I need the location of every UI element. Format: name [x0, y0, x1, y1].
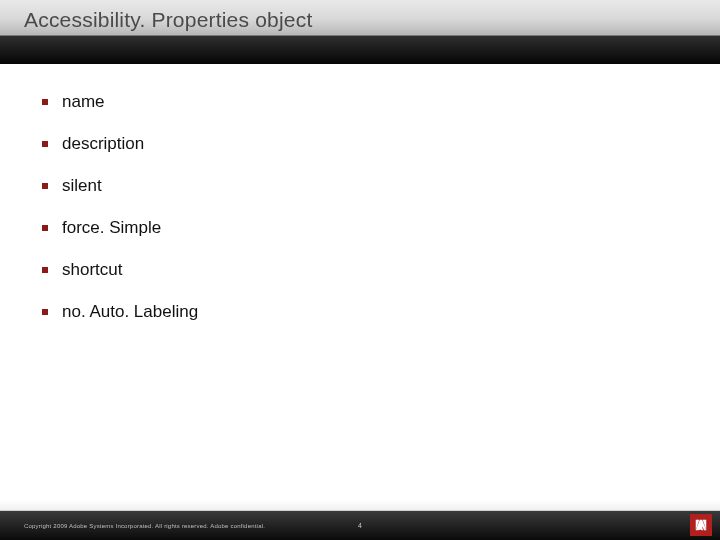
list-item-label: name: [62, 92, 105, 112]
bullet-icon: [42, 225, 48, 231]
list-item: force. Simple: [42, 218, 678, 238]
adobe-logo-icon: [690, 514, 712, 536]
bullet-icon: [42, 267, 48, 273]
slide-footer: Copyright 2009 Adobe Systems Incorporate…: [0, 510, 720, 540]
slide-title: Accessibility. Properties object: [24, 8, 696, 32]
page-number: 4: [358, 522, 362, 529]
bullet-icon: [42, 141, 48, 147]
bullet-icon: [42, 183, 48, 189]
list-item: silent: [42, 176, 678, 196]
bullet-icon: [42, 309, 48, 315]
slide-header: Accessibility. Properties object: [0, 0, 720, 64]
bullet-icon: [42, 99, 48, 105]
bullet-list: name description silent force. Simple sh…: [42, 92, 678, 322]
list-item: no. Auto. Labeling: [42, 302, 678, 322]
list-item: shortcut: [42, 260, 678, 280]
list-item-label: no. Auto. Labeling: [62, 302, 198, 322]
list-item: description: [42, 134, 678, 154]
list-item: name: [42, 92, 678, 112]
list-item-label: force. Simple: [62, 218, 161, 238]
list-item-label: description: [62, 134, 144, 154]
list-item-label: silent: [62, 176, 102, 196]
copyright-text: Copyright 2009 Adobe Systems Incorporate…: [24, 523, 265, 529]
list-item-label: shortcut: [62, 260, 122, 280]
slide-body: name description silent force. Simple sh…: [0, 64, 720, 540]
slide: Accessibility. Properties object name de…: [0, 0, 720, 540]
